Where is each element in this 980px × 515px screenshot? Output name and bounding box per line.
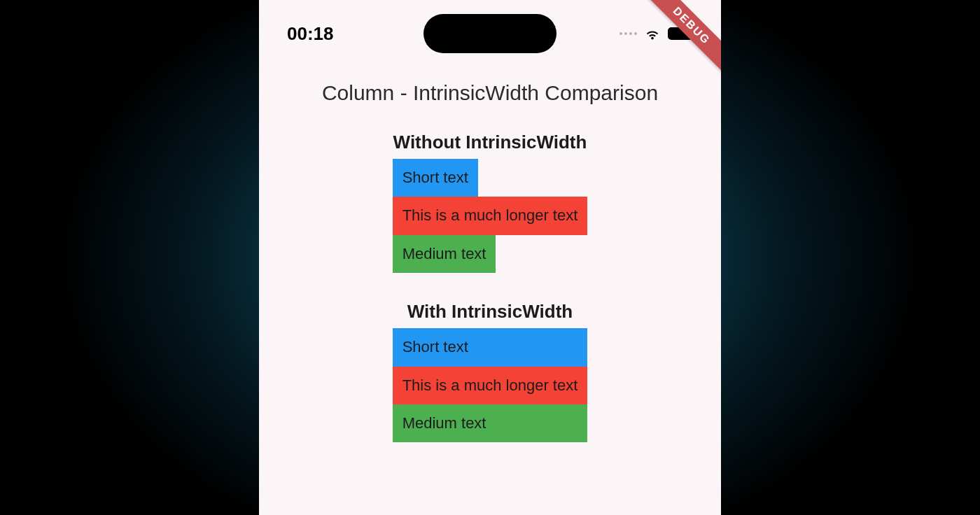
box-short: Short text — [393, 328, 588, 366]
status-time: 00:18 — [287, 23, 334, 45]
column-no-intrinsic: Short text This is a much longer text Me… — [393, 159, 588, 273]
box-medium: Medium text — [393, 235, 496, 273]
app-content: Column - IntrinsicWidth Comparison Witho… — [259, 55, 721, 470]
box-medium: Medium text — [393, 404, 588, 442]
box-long: This is a much longer text — [393, 367, 588, 404]
box-long: This is a much longer text — [393, 197, 588, 234]
page-title: Column - IntrinsicWidth Comparison — [322, 81, 658, 105]
section-with-intrinsic: With IntrinsicWidth Short text This is a… — [393, 301, 588, 442]
box-short: Short text — [393, 159, 478, 197]
section-heading: Without IntrinsicWidth — [393, 132, 587, 153]
column-intrinsic: Short text This is a much longer text Me… — [393, 328, 588, 442]
section-without-intrinsic: Without IntrinsicWidth Short text This i… — [393, 132, 588, 273]
dynamic-island — [424, 14, 556, 53]
wifi-icon — [644, 25, 661, 42]
cellular-dots-icon — [620, 32, 637, 35]
section-heading: With IntrinsicWidth — [407, 301, 573, 323]
phone-screen: 00:18 DEBUG Column - IntrinsicWidth Comp… — [259, 0, 721, 515]
status-bar: 00:18 — [259, 13, 721, 55]
